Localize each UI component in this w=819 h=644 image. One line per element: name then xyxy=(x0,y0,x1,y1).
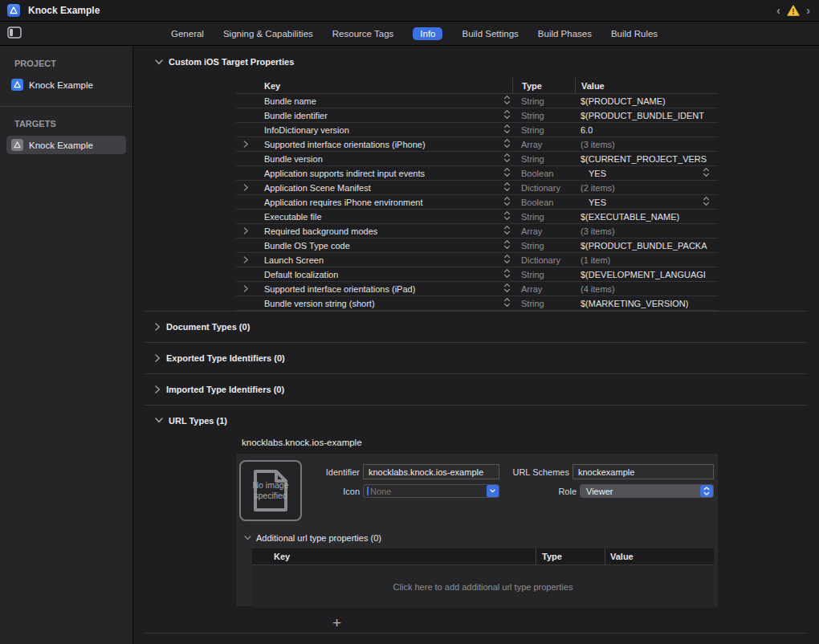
property-key: Application Scene Manifest xyxy=(264,183,371,193)
property-row[interactable]: Bundle versionString$(CURRENT_PROJECT_VE… xyxy=(236,152,718,166)
expand-cell[interactable] xyxy=(236,285,254,292)
expand-cell[interactable] xyxy=(236,227,254,234)
key-stepper[interactable] xyxy=(503,210,511,222)
property-type[interactable]: Array xyxy=(512,284,575,294)
property-value-cell[interactable]: YES xyxy=(575,167,718,179)
property-row[interactable]: Supported interface orientations (iPhone… xyxy=(236,137,718,152)
property-value-cell[interactable]: YES xyxy=(575,196,718,208)
property-type[interactable]: String xyxy=(512,96,575,106)
property-type[interactable]: String xyxy=(512,270,575,279)
property-row[interactable]: InfoDictionary versionString6.0 xyxy=(236,123,718,137)
property-row[interactable]: Launch ScreenDictionary(1 item) xyxy=(236,253,718,267)
url-type-image-well[interactable]: No image specified xyxy=(239,460,302,521)
url-type-item-name: knocklabs.knock.ios-example xyxy=(242,438,807,447)
key-stepper[interactable] xyxy=(503,225,511,237)
property-row[interactable]: Executable fileString$(EXECUTABLE_NAME) xyxy=(236,210,718,224)
sidebar-item-project[interactable]: Knock Example xyxy=(6,75,126,94)
add-properties-placeholder[interactable]: Click here to add additional url type pr… xyxy=(252,565,714,608)
property-key: Bundle name xyxy=(264,96,316,106)
property-type[interactable]: Array xyxy=(512,140,575,149)
value-stepper[interactable] xyxy=(703,167,710,179)
key-stepper[interactable] xyxy=(503,268,511,280)
property-row[interactable]: Application requires iPhone environmentB… xyxy=(236,195,718,210)
value-stepper[interactable] xyxy=(703,196,710,208)
section-custom-ios-target-properties[interactable]: Custom iOS Target Properties xyxy=(145,46,807,78)
url-schemes-field[interactable]: knockexample xyxy=(572,464,714,479)
property-type[interactable]: String xyxy=(512,299,575,308)
property-row[interactable]: Required background modesArray(3 items) xyxy=(236,224,718,238)
expand-cell[interactable] xyxy=(236,256,254,263)
expand-chevron-icon xyxy=(243,227,249,234)
sidebar-toggle-icon[interactable] xyxy=(7,26,22,40)
role-popup-button[interactable]: Viewer xyxy=(580,484,714,498)
property-row[interactable]: Application supports indirect input even… xyxy=(236,166,718,181)
property-type[interactable]: String xyxy=(512,154,575,164)
property-type[interactable]: Boolean xyxy=(512,169,575,178)
tab-info[interactable]: Info xyxy=(413,27,442,40)
property-value-cell[interactable]: (2 items) xyxy=(575,183,718,193)
section-document-types[interactable]: Document Types (0) xyxy=(145,311,807,342)
property-row[interactable]: Application Scene ManifestDictionary(2 i… xyxy=(236,181,718,195)
tab-build-phases[interactable]: Build Phases xyxy=(538,27,592,40)
tab-resource-tags[interactable]: Resource Tags xyxy=(332,27,394,40)
key-stepper[interactable] xyxy=(503,181,511,194)
property-row[interactable]: Supported interface orientations (iPad)A… xyxy=(236,282,718,296)
key-stepper[interactable] xyxy=(503,254,511,266)
property-value-cell[interactable]: $(DEVELOPMENT_LANGUAGI xyxy=(575,270,718,279)
key-stepper[interactable] xyxy=(503,109,511,121)
sidebar-item-target[interactable]: Knock Example xyxy=(6,136,126,154)
property-row[interactable]: Default localizationString$(DEVELOPMENT_… xyxy=(236,267,718,282)
property-row[interactable]: Bundle OS Type codeString$(PRODUCT_BUNDL… xyxy=(236,238,718,253)
key-stepper[interactable] xyxy=(503,283,511,295)
forward-chevron-icon[interactable]: › xyxy=(806,5,810,16)
property-type[interactable]: String xyxy=(512,241,575,251)
key-stepper[interactable] xyxy=(503,239,511,251)
property-value-cell[interactable]: 6.0 xyxy=(575,125,718,135)
property-row[interactable]: Bundle nameString$(PRODUCT_NAME) xyxy=(236,94,718,108)
add-url-type-button[interactable]: + xyxy=(332,615,341,630)
property-value-cell[interactable]: $(CURRENT_PROJECT_VERS xyxy=(575,154,718,164)
property-row[interactable]: Bundle version string (short)String$(MAR… xyxy=(236,296,718,311)
property-value-cell[interactable]: $(PRODUCT_NAME) xyxy=(575,96,718,106)
property-row[interactable]: Bundle identifierString$(PRODUCT_BUNDLE_… xyxy=(236,108,718,123)
property-value-cell[interactable]: $(MARKETING_VERSION) xyxy=(575,299,718,308)
key-stepper[interactable] xyxy=(503,138,511,150)
property-value-cell[interactable]: $(EXECUTABLE_NAME) xyxy=(575,212,718,222)
additional-url-type-properties-header[interactable]: Additional url type properties (0) xyxy=(244,533,714,543)
key-stepper[interactable] xyxy=(503,95,511,107)
property-type[interactable]: Dictionary xyxy=(512,255,575,265)
key-stepper[interactable] xyxy=(503,196,511,208)
back-chevron-icon[interactable]: ‹ xyxy=(776,5,780,16)
property-value-cell[interactable]: $(PRODUCT_BUNDLE_IDENT xyxy=(575,111,718,120)
expand-cell[interactable] xyxy=(236,141,254,148)
tab-general[interactable]: General xyxy=(171,27,204,40)
property-value-cell[interactable]: (4 items) xyxy=(575,284,718,294)
property-value-cell[interactable]: (3 items) xyxy=(575,226,718,236)
property-value-cell[interactable]: (3 items) xyxy=(575,140,718,149)
property-type[interactable]: String xyxy=(512,125,575,135)
key-stepper[interactable] xyxy=(503,167,511,179)
property-type[interactable]: Array xyxy=(512,226,575,236)
stepper-icon xyxy=(503,254,511,264)
tab-signing-capabilities[interactable]: Signing & Capabilities xyxy=(223,27,313,40)
key-stepper[interactable] xyxy=(503,153,511,165)
tab-build-rules[interactable]: Build Rules xyxy=(611,27,658,40)
property-key: Bundle identifier xyxy=(264,111,328,120)
key-stepper[interactable] xyxy=(503,297,511,309)
expand-cell[interactable] xyxy=(236,184,254,191)
warning-icon[interactable] xyxy=(787,5,800,16)
section-url-types[interactable]: URL Types (1) xyxy=(145,405,807,435)
property-value-cell[interactable]: (1 item) xyxy=(575,255,718,265)
property-type[interactable]: String xyxy=(512,111,575,120)
identifier-field[interactable]: knocklabs.knock.ios-example xyxy=(363,464,499,479)
section-exported-type-identifiers[interactable]: Exported Type Identifiers (0) xyxy=(145,342,807,373)
icon-combobox[interactable]: None xyxy=(363,484,499,498)
property-type[interactable]: Boolean xyxy=(512,198,575,207)
property-type[interactable]: String xyxy=(512,212,575,222)
section-imported-type-identifiers[interactable]: Imported Type Identifiers (0) xyxy=(145,373,807,405)
tab-build-settings[interactable]: Build Settings xyxy=(462,27,518,40)
property-type[interactable]: Dictionary xyxy=(512,183,575,193)
property-value-cell[interactable]: $(PRODUCT_BUNDLE_PACKA xyxy=(575,241,718,251)
key-stepper[interactable] xyxy=(503,124,511,136)
combo-arrow-icon[interactable] xyxy=(487,485,499,497)
